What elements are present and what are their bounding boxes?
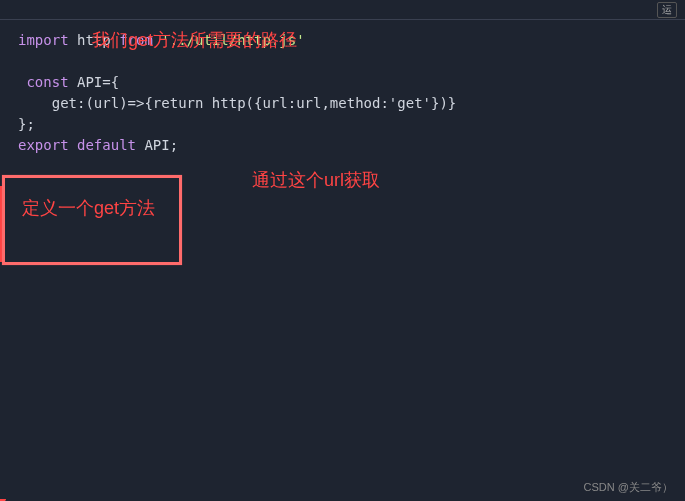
- editor-tab-bar: 运: [0, 0, 685, 20]
- annotation-right: 通过这个url获取: [252, 168, 380, 192]
- code-keyword: export default: [18, 137, 136, 153]
- watermark: CSDN @关二爷）: [584, 480, 673, 495]
- code-keyword: const: [18, 74, 69, 90]
- annotation-box-label: 定义一个get方法: [22, 196, 155, 220]
- code-text: get:(url)=>{return http({url:url,method:…: [18, 95, 456, 111]
- code-text: API={: [69, 74, 120, 90]
- code-keyword: import: [18, 32, 69, 48]
- code-text: };: [18, 116, 35, 132]
- code-text: API;: [136, 137, 178, 153]
- highlight-box: [2, 175, 182, 265]
- annotation-top: 我们get方法所需要的路径: [92, 28, 297, 52]
- run-button[interactable]: 运: [657, 2, 677, 18]
